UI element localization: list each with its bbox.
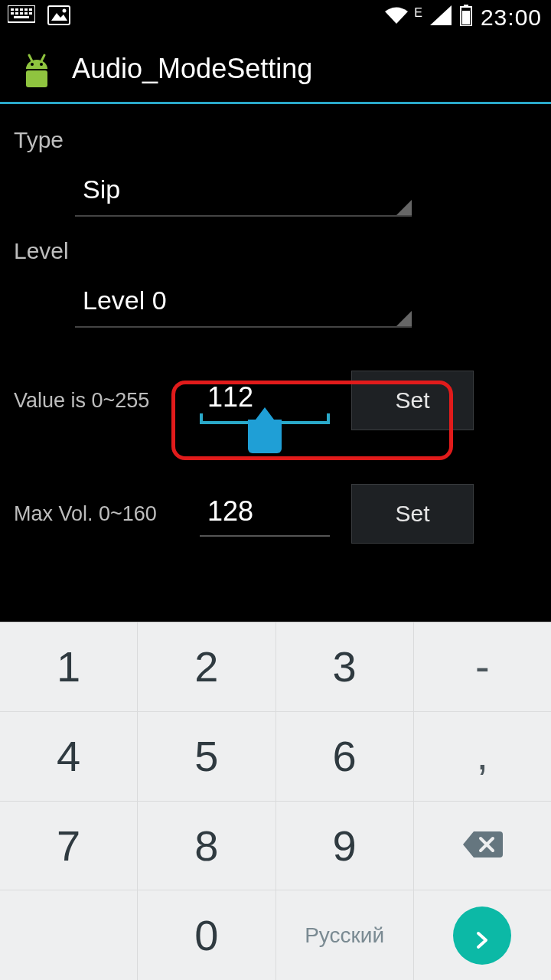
svg-rect-3 <box>20 8 23 11</box>
set-maxvol-button[interactable]: Set <box>351 484 474 544</box>
key-2[interactable]: 2 <box>138 622 276 712</box>
svg-rect-10 <box>29 12 32 15</box>
backspace-icon <box>460 821 504 871</box>
wifi-icon <box>383 5 409 31</box>
svg-line-20 <box>41 55 44 61</box>
key-language[interactable]: Русский <box>276 890 414 980</box>
value-row: Value is 0~255 Set <box>14 371 537 430</box>
svg-rect-8 <box>20 12 23 15</box>
maxvol-input-wrap <box>200 491 330 537</box>
key-6[interactable]: 6 <box>276 712 414 802</box>
key-8[interactable]: 8 <box>138 802 276 891</box>
svg-marker-15 <box>430 5 452 25</box>
battery-icon <box>459 5 473 31</box>
type-value: Sip <box>83 175 120 204</box>
key-enter[interactable] <box>414 890 551 980</box>
numeric-keyboard: 1 2 3 - 4 5 6 , 7 8 9 0 Русский <box>0 622 551 980</box>
svg-rect-9 <box>24 12 28 15</box>
key-backspace[interactable] <box>414 802 551 891</box>
key-dash[interactable]: - <box>414 622 551 712</box>
key-1[interactable]: 1 <box>0 622 138 712</box>
status-bar: E 23:00 <box>0 0 551 35</box>
enter-fab <box>453 906 511 965</box>
svg-marker-13 <box>51 13 67 21</box>
svg-rect-6 <box>11 12 14 15</box>
text-cursor-handle[interactable] <box>248 420 282 453</box>
svg-rect-18 <box>462 11 470 24</box>
svg-rect-23 <box>26 70 47 87</box>
android-app-icon <box>15 46 58 92</box>
svg-point-21 <box>31 63 34 66</box>
cell-signal-icon <box>430 5 452 31</box>
keyboard-icon <box>8 5 35 31</box>
maxvol-row: Max Vol. 0~160 Set <box>14 484 537 544</box>
svg-rect-12 <box>48 6 70 24</box>
content-area: Type Sip Level Level 0 Value is 0~255 Se… <box>0 104 551 553</box>
svg-rect-7 <box>15 12 18 15</box>
key-0[interactable]: 0 <box>138 890 276 980</box>
key-comma[interactable]: , <box>414 712 551 802</box>
clock: 23:00 <box>481 5 542 31</box>
key-5[interactable]: 5 <box>138 712 276 802</box>
value-label: Value is 0~255 <box>14 389 178 413</box>
set-maxvol-button-label: Set <box>395 501 429 527</box>
set-value-button[interactable]: Set <box>351 371 474 430</box>
svg-line-19 <box>29 55 32 61</box>
svg-rect-4 <box>24 8 28 11</box>
key-3[interactable]: 3 <box>276 622 414 712</box>
key-blank <box>0 890 138 980</box>
svg-rect-5 <box>29 8 32 11</box>
chevron-right-icon <box>472 910 492 960</box>
network-type-label: E <box>414 6 422 20</box>
statusbar-right: E 23:00 <box>383 5 542 31</box>
statusbar-left <box>8 5 70 31</box>
level-spinner[interactable]: Level 0 <box>75 281 412 328</box>
value-input-wrap <box>200 377 330 424</box>
level-label: Level <box>14 238 537 264</box>
image-icon <box>47 5 70 31</box>
key-9[interactable]: 9 <box>276 802 414 891</box>
app-title: Audio_ModeSetting <box>72 53 312 85</box>
maxvol-input[interactable] <box>200 491 330 537</box>
svg-point-14 <box>63 8 67 12</box>
set-value-button-label: Set <box>395 387 429 413</box>
svg-rect-2 <box>15 8 18 11</box>
key-7[interactable]: 7 <box>0 802 138 891</box>
type-spinner[interactable]: Sip <box>75 170 412 217</box>
key-4[interactable]: 4 <box>0 712 138 802</box>
svg-rect-11 <box>14 16 29 18</box>
svg-rect-1 <box>11 8 14 11</box>
maxvol-label: Max Vol. 0~160 <box>14 502 178 526</box>
app-bar: Audio_ModeSetting <box>0 35 551 104</box>
level-value: Level 0 <box>83 286 167 315</box>
svg-point-22 <box>40 63 43 66</box>
type-label: Type <box>14 127 537 153</box>
